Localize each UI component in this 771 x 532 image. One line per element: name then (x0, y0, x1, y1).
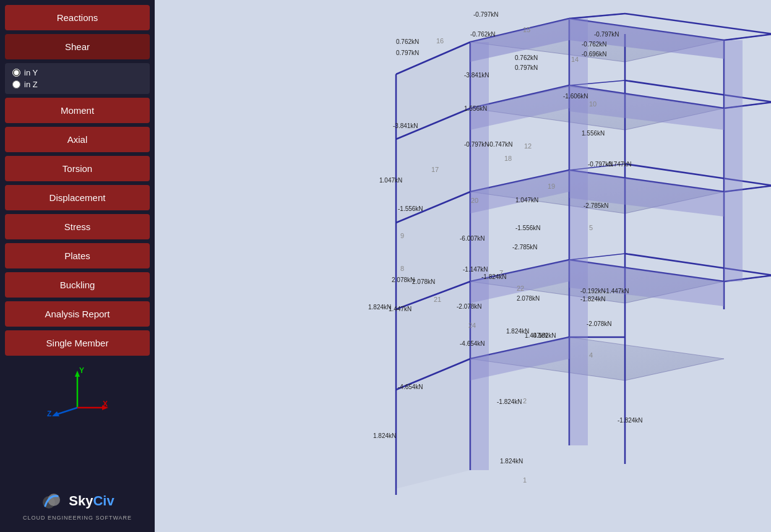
force-label-f15: -0.797kN (464, 141, 489, 148)
node-12: 12 (524, 142, 532, 150)
node-14: 14 (571, 56, 579, 63)
displacement-button[interactable]: Displacement (5, 185, 150, 210)
stress-button[interactable]: Stress (5, 214, 150, 239)
node-15: 15 (523, 26, 530, 33)
node-9: 9 (400, 232, 404, 239)
force-label-f19: 1.047kN (379, 177, 402, 184)
node-4: 4 (589, 351, 593, 359)
svg-text:Y: Y (79, 366, 84, 375)
torsion-button[interactable]: Torsion (5, 156, 150, 181)
force-label-f32: -1.447kN (604, 288, 629, 294)
structure-canvas: -0.797kN -0.762kN 0.762kN 0.797kN -0.797… (155, 0, 771, 532)
logo-area: SkyCiv CLOUD ENGINEERING SOFTWARE (5, 483, 150, 527)
main-canvas[interactable]: -0.797kN -0.762kN 0.762kN 0.797kN -0.797… (155, 0, 771, 532)
force-label-f6: -0.762kN (582, 41, 607, 48)
buckling-button[interactable]: Buckling (5, 272, 150, 298)
force-label-f30: 2.078kN (517, 295, 540, 302)
node-21: 21 (434, 296, 441, 303)
force-label-f7: -0.696kN (582, 51, 607, 58)
force-label-f8: 0.762kN (515, 54, 538, 61)
force-label-f39: -0.182kN (531, 332, 556, 339)
force-label-f22: -6.007kN (460, 235, 485, 242)
force-label-f45: 1.824kN (373, 432, 396, 439)
force-label-f3: 0.762kN (396, 38, 419, 45)
axial-button[interactable]: Axial (5, 127, 150, 152)
force-labels-container: -0.797kN -0.762kN 0.762kN 0.797kN -0.797… (155, 0, 771, 532)
force-label-f16: -0.747kN (488, 141, 513, 148)
force-label-f2: -0.762kN (470, 31, 496, 38)
plates-button[interactable]: Plates (5, 243, 150, 268)
node-8: 8 (400, 265, 404, 272)
force-label-f10: -3.841kN (464, 72, 489, 79)
force-label-f35: 1.824kN (368, 304, 391, 311)
node-22: 22 (517, 285, 524, 292)
svg-text:Z: Z (47, 410, 51, 418)
node-10: 10 (589, 100, 597, 108)
force-label-f31: -0.192kN (580, 288, 606, 294)
moment-button[interactable]: Moment (5, 98, 150, 123)
shear-direction-group: in Y in Z (5, 63, 150, 94)
force-label-f23: -1.556kN (515, 225, 541, 231)
force-label-f12: -3.841kN (393, 122, 418, 129)
skyciv-logo-icon (40, 489, 65, 513)
reactions-button[interactable]: Reactions (5, 5, 150, 30)
node-20: 20 (471, 197, 478, 204)
force-label-f41: -4.654kN (460, 340, 485, 347)
force-label-f24: -2.785kN (512, 244, 538, 251)
force-label-f34: -2.078kN (457, 303, 482, 310)
node-16: 16 (436, 37, 444, 45)
force-label-f28: -1.147kN (463, 266, 488, 273)
force-label-f4: 0.797kN (396, 49, 419, 56)
in-z-label[interactable]: in Z (12, 80, 142, 89)
logo-text: SkyCiv (69, 493, 114, 509)
node-2: 2 (523, 397, 527, 405)
force-label-f36: 1.447kN (389, 306, 411, 312)
sidebar: Reactions Shear in Y in Z Moment Axial T… (0, 0, 155, 532)
node-17: 17 (431, 166, 439, 173)
analysis-report-button[interactable]: Analysis Report (5, 301, 150, 327)
force-label-f5: -0.797kN (594, 31, 619, 38)
in-y-radio[interactable] (12, 69, 20, 77)
in-y-label[interactable]: in Y (12, 68, 142, 77)
force-label-f14: 1.556kN (582, 130, 605, 137)
force-label-f46: 1.824kN (500, 458, 523, 465)
force-label-f21: -1.556kN (398, 205, 423, 212)
force-label-f33: -1.824kN (580, 296, 606, 302)
force-label-f40: -2.078kN (587, 320, 612, 327)
force-label-f1: -0.797kN (473, 11, 499, 18)
force-label-f25: -2.785kN (584, 202, 609, 209)
axis-indicator: Y X Z (5, 359, 150, 423)
in-y-text: in Y (24, 68, 38, 77)
single-member-button[interactable]: Single Member (5, 330, 150, 356)
force-label-f20: 1.047kN (515, 197, 538, 204)
force-label-f26: 2.078kN (392, 277, 415, 283)
force-label-f44: -1.824kN (618, 417, 643, 424)
force-label-f9: 0.797kN (515, 64, 538, 71)
node-19: 19 (548, 182, 555, 190)
node-5: 5 (589, 224, 593, 231)
svg-text:X: X (103, 400, 108, 408)
logo-container: SkyCiv (40, 489, 114, 513)
force-label-f11: -1.606kN (563, 93, 588, 100)
in-z-radio[interactable] (12, 80, 20, 88)
force-label-f42: -4.654kN (398, 384, 423, 390)
in-z-text: in Z (24, 80, 38, 89)
shear-button[interactable]: Shear (5, 34, 150, 59)
force-label-f43: -1.824kN (497, 398, 522, 405)
force-label-f18: -0.747kN (606, 161, 632, 168)
force-label-f13: 1.556kN (464, 105, 487, 112)
node-24: 24 (468, 322, 476, 329)
force-label-f27: 2.078kN (412, 278, 435, 285)
node-18: 18 (504, 155, 512, 162)
node-1: 1 (523, 476, 527, 484)
logo-tagline: CLOUD ENGINEERING SOFTWARE (23, 515, 132, 521)
node-7: 7 (499, 269, 503, 277)
